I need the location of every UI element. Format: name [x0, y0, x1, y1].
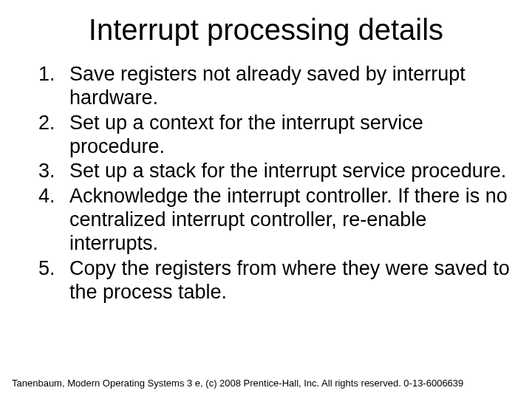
- list-item: Copy the registers from where they were …: [61, 257, 511, 304]
- slide: Interrupt processing details Save regist…: [0, 0, 532, 399]
- slide-title: Interrupt processing details: [21, 13, 511, 47]
- footer-citation: Tanenbaum, Modern Operating Systems 3 e,…: [12, 378, 463, 389]
- list-item: Set up a stack for the interrupt service…: [61, 160, 511, 183]
- list-item: Save registers not already saved by inte…: [61, 63, 511, 110]
- list-item: Acknowledge the interrupt controller. If…: [61, 185, 511, 256]
- list-item: Set up a context for the interrupt servi…: [61, 112, 511, 159]
- step-list: Save registers not already saved by inte…: [28, 63, 511, 304]
